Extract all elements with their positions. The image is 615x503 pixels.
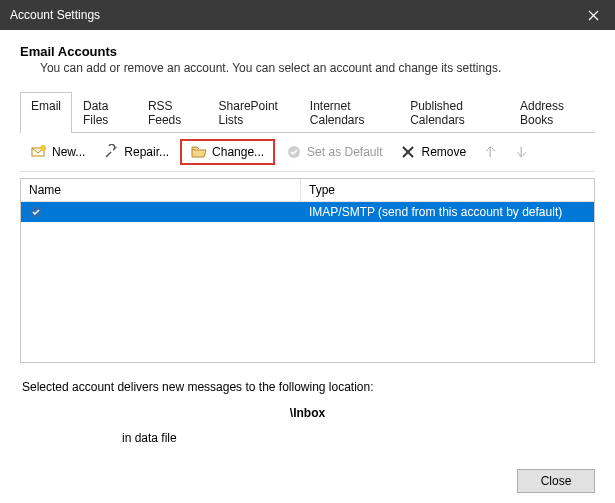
window-title: Account Settings [10,8,100,22]
repair-button[interactable]: Repair... [96,139,176,165]
check-circle-icon [286,144,302,160]
page-subtitle: You can add or remove an account. You ca… [40,61,595,75]
change-button[interactable]: Change... [180,139,275,165]
table-row[interactable]: IMAP/SMTP (send from this account by def… [21,202,594,222]
change-label: Change... [212,145,264,159]
row-type-value: IMAP/SMTP (send from this account by def… [301,202,594,222]
tab-address-books[interactable]: Address Books [509,92,595,133]
tab-data-files[interactable]: Data Files [72,92,137,133]
set-default-button: Set as Default [279,139,389,165]
svg-point-1 [40,145,46,151]
tab-email[interactable]: Email [20,92,72,133]
tab-strip: Email Data Files RSS Feeds SharePoint Li… [20,91,595,133]
delivery-location: \Inbox [22,403,593,423]
x-icon [400,144,416,160]
repair-label: Repair... [124,145,169,159]
tab-published-calendars[interactable]: Published Calendars [399,92,509,133]
arrow-down-icon: 🡣 [515,145,528,160]
wrench-icon [103,144,119,160]
tab-rss-feeds[interactable]: RSS Feeds [137,92,208,133]
move-down-button: 🡣 [508,140,535,165]
row-name-cell [21,202,301,222]
tab-sharepoint-lists[interactable]: SharePoint Lists [208,92,299,133]
page-header: Email Accounts You can add or remove an … [20,44,595,75]
mail-new-icon [31,144,47,160]
delivers-label: Selected account delivers new messages t… [22,377,593,397]
page-title: Email Accounts [20,44,595,59]
remove-button[interactable]: Remove [393,139,473,165]
footer-area: Selected account delivers new messages t… [20,377,595,448]
close-icon[interactable] [571,0,615,30]
dialog-footer: Close [517,469,595,493]
tab-internet-calendars[interactable]: Internet Calendars [299,92,399,133]
data-file-label: in data file [122,428,593,448]
folder-open-icon [191,144,207,160]
set-default-label: Set as Default [307,145,382,159]
column-type[interactable]: Type [301,179,594,201]
remove-label: Remove [421,145,466,159]
toolbar: New... Repair... Change... Set as Defaul… [20,133,595,172]
new-label: New... [52,145,85,159]
move-up-button: 🡡 [477,140,504,165]
titlebar: Account Settings [0,0,615,30]
accounts-list: Name Type IMAP/SMTP (send from this acco… [20,178,595,363]
arrow-up-icon: 🡡 [484,145,497,160]
new-button[interactable]: New... [24,139,92,165]
close-button[interactable]: Close [517,469,595,493]
list-body: IMAP/SMTP (send from this account by def… [21,202,594,362]
list-header: Name Type [21,179,594,202]
column-name[interactable]: Name [21,179,301,201]
default-check-icon [29,205,43,219]
